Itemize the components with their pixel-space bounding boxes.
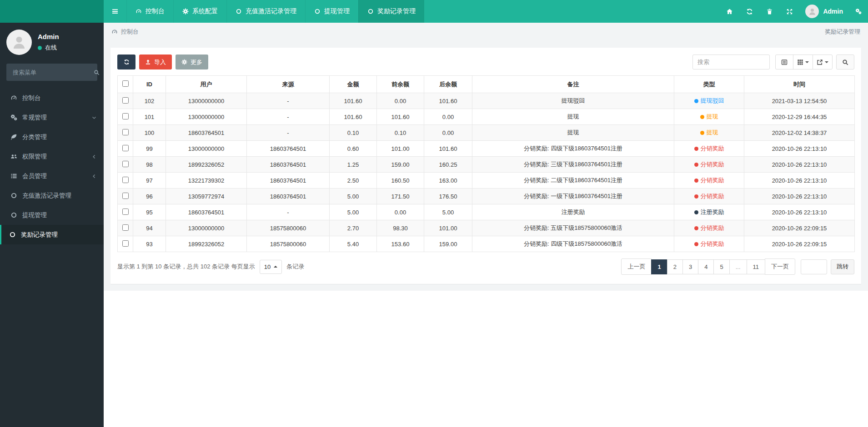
breadcrumb-left: 控制台 — [121, 28, 139, 36]
type-dot-icon — [694, 147, 698, 151]
sidebar-item[interactable]: 充值激活记录管理 — [0, 186, 104, 205]
type-dot-icon — [700, 131, 704, 135]
page-button[interactable]: 4 — [698, 259, 714, 274]
sidebar-search-input[interactable] — [12, 69, 94, 76]
type-badge[interactable]: 提现驳回 — [694, 97, 724, 105]
table-header-row: ID用户来源金额前余额后余额备注类型时间 — [118, 76, 855, 93]
table-row: 9518603764501-5.000.005.00注册奖励注册奖励2020-1… — [118, 204, 855, 220]
table-search-input[interactable] — [692, 55, 770, 70]
topnav-item[interactable]: 提现管理 — [305, 0, 358, 23]
cell-amount: 2.70 — [330, 220, 377, 236]
search-button[interactable] — [836, 55, 854, 70]
cell-time: 2020-10-26 22:09:15 — [744, 220, 855, 236]
type-badge[interactable]: 分销奖励 — [694, 192, 724, 200]
chevron-down-icon — [92, 115, 96, 120]
type-badge[interactable]: 分销奖励 — [694, 224, 724, 232]
more-button[interactable]: 更多 — [176, 55, 208, 70]
cell-remark: 提现驳回 — [472, 93, 674, 109]
pagination: 上一页12345...11下一页 — [621, 258, 795, 275]
export-view-button[interactable] — [813, 55, 833, 70]
cell-time: 2020-10-26 22:13:10 — [744, 173, 855, 189]
row-checkbox[interactable] — [122, 145, 129, 151]
sidebar-item[interactable]: 权限管理 — [0, 147, 104, 166]
row-checkbox[interactable] — [122, 129, 129, 135]
page-button[interactable]: 上一页 — [621, 258, 652, 275]
cell-time: 2020-12-02 14:38:37 — [744, 125, 855, 141]
cell-id: 97 — [133, 173, 166, 189]
type-badge[interactable]: 分销奖励 — [694, 160, 724, 169]
topnav-item[interactable]: 充值激活记录管理 — [226, 0, 305, 23]
expand-button[interactable] — [779, 0, 799, 23]
type-badge[interactable]: 提现 — [700, 113, 718, 121]
person-icon — [11, 34, 27, 50]
menu-toggle-button[interactable] — [104, 0, 126, 23]
cell-amount: 101.60 — [330, 109, 377, 125]
cell-amount: 5.00 — [330, 189, 377, 204]
trash-button[interactable] — [759, 0, 779, 23]
search-icon — [842, 59, 848, 65]
row-checkbox[interactable] — [122, 177, 129, 183]
cell-before-balance: 160.50 — [377, 173, 424, 189]
type-badge[interactable]: 提现 — [700, 129, 718, 137]
page-jump-input[interactable] — [801, 259, 827, 274]
select-all-checkbox[interactable] — [122, 80, 129, 87]
circle-icon — [10, 192, 17, 199]
home-button[interactable] — [719, 0, 739, 23]
type-badge[interactable]: 分销奖励 — [694, 144, 724, 153]
dashboard-icon — [111, 29, 118, 35]
export-icon — [817, 59, 823, 65]
page-button[interactable]: 1 — [651, 259, 667, 274]
row-checkbox[interactable] — [122, 209, 129, 215]
topnav-right: Admin — [719, 0, 868, 23]
refresh-button[interactable] — [117, 55, 135, 70]
cell-remark: 分销奖励: 四级下级18575800060激活 — [472, 236, 674, 252]
page-button[interactable]: 3 — [682, 259, 698, 274]
sidebar-item[interactable]: 提现管理 — [0, 205, 104, 225]
page-jump-button[interactable]: 跳转 — [831, 259, 854, 274]
cell-user: 18992326052 — [166, 236, 247, 252]
type-badge[interactable]: 注册奖励 — [694, 208, 724, 216]
type-badge[interactable]: 分销奖励 — [694, 176, 724, 184]
sidebar-item[interactable]: 奖励记录管理 — [0, 225, 104, 244]
topnav-item[interactable]: 系统配置 — [173, 0, 226, 23]
online-dot — [38, 46, 42, 50]
type-dot-icon — [694, 163, 698, 167]
cell-remark: 分销奖励: 二级下级18603764501注册 — [472, 173, 674, 189]
topnav-user-menu[interactable]: Admin — [799, 5, 849, 18]
row-checkbox[interactable] — [122, 224, 129, 231]
row-checkbox[interactable] — [122, 113, 129, 119]
page-button[interactable]: 5 — [713, 259, 729, 274]
sidebar-item[interactable]: 会员管理 — [0, 166, 104, 186]
page-button[interactable]: 2 — [667, 259, 683, 274]
refresh-icon — [124, 59, 130, 65]
sidebar-item[interactable]: 常规管理 — [0, 108, 104, 127]
detail-view-button[interactable] — [775, 55, 793, 70]
page-button[interactable]: 11 — [747, 259, 766, 274]
settings-button[interactable] — [849, 0, 868, 23]
caret-up-icon — [274, 264, 277, 268]
cell-before-balance: 98.30 — [377, 220, 424, 236]
topnav-item-label: 控制台 — [146, 7, 165, 15]
cell-before-balance: 153.60 — [377, 236, 424, 252]
topnav-item[interactable]: 奖励记录管理 — [358, 0, 424, 23]
page-size-select[interactable]: 10 — [260, 260, 282, 274]
row-checkbox[interactable] — [122, 161, 129, 167]
cell-source: 18603764501 — [247, 189, 330, 204]
column-header: 类型 — [674, 76, 744, 93]
cell-after-balance: 0.00 — [424, 109, 472, 125]
page-button[interactable]: 下一页 — [765, 258, 795, 275]
import-button[interactable]: 导入 — [139, 55, 172, 70]
type-badge[interactable]: 分销奖励 — [694, 240, 724, 248]
row-checkbox[interactable] — [122, 193, 129, 199]
row-checkbox[interactable] — [122, 240, 129, 247]
refresh-button[interactable] — [739, 0, 759, 23]
chevron-left-icon — [92, 174, 96, 179]
row-checkbox[interactable] — [122, 97, 129, 104]
sidebar: Admin 在线 控制台常规管理分类管理权限管理会员管理充值激活记录管理提现管理… — [0, 0, 104, 427]
cell-id: 100 — [133, 125, 166, 141]
columns-view-button[interactable] — [793, 55, 813, 70]
cell-before-balance: 171.50 — [377, 189, 424, 204]
topnav-item[interactable]: 控制台 — [126, 0, 173, 23]
sidebar-item[interactable]: 分类管理 — [0, 127, 104, 147]
sidebar-item[interactable]: 控制台 — [0, 88, 104, 108]
